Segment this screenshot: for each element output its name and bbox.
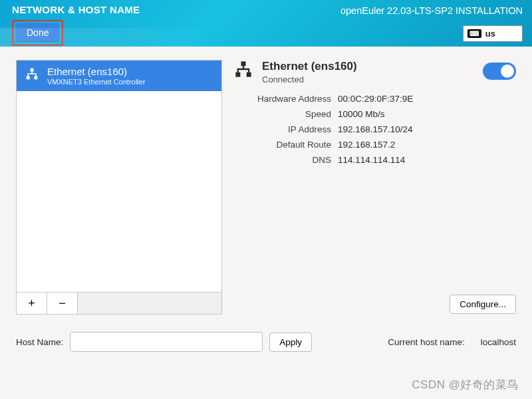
svg-rect-4: [235, 72, 240, 77]
connection-title: Ethernet (ens160): [262, 60, 357, 73]
current-hostname-label: Current host name:: [388, 337, 465, 347]
device-name: Ethernet (ens160): [47, 66, 145, 77]
detail-value: 00:0C:29:0F:37:9E: [338, 94, 413, 104]
keyboard-layout-label: us: [485, 29, 495, 39]
content-area: Ethernet (ens160) VMXNET3 Ethernet Contr…: [0, 53, 532, 399]
done-highlight: Done: [12, 20, 63, 46]
network-icon: [23, 67, 41, 84]
detail-row-hwaddr: Hardware Address 00:0C:29:0F:37:9E: [234, 94, 516, 104]
keyboard-layout-indicator[interactable]: ⌨ us: [463, 25, 523, 42]
detail-label: Speed: [234, 109, 331, 119]
detail-row-ip: IP Address 192.168.157.10/24: [234, 124, 516, 134]
hostname-row: Host Name: Apply Current host name: loca…: [16, 332, 516, 352]
hostname-input[interactable]: [70, 332, 263, 352]
detail-label: Default Route: [234, 140, 331, 150]
connection-status: Connected: [262, 74, 357, 84]
connection-details: Hardware Address 00:0C:29:0F:37:9E Speed…: [234, 94, 516, 165]
detail-row-dns: DNS 114.114.114.114: [234, 155, 516, 165]
add-device-button[interactable]: +: [17, 293, 47, 314]
detail-value: 192.168.157.10/24: [338, 124, 413, 134]
detail-row-route: Default Route 192.168.157.2: [234, 140, 516, 150]
remove-device-button[interactable]: −: [47, 293, 78, 314]
configure-button[interactable]: Configure...: [450, 295, 516, 314]
detail-value: 114.114.114.114: [338, 155, 405, 165]
svg-rect-0: [31, 68, 34, 72]
done-button[interactable]: Done: [16, 23, 59, 42]
device-list-item[interactable]: Ethernet (ens160) VMXNET3 Ethernet Contr…: [17, 61, 221, 91]
svg-rect-3: [241, 61, 246, 66]
detail-label: IP Address: [234, 124, 331, 134]
detail-row-speed: Speed 10000 Mb/s: [234, 109, 516, 119]
apply-button[interactable]: Apply: [269, 332, 312, 352]
keyboard-icon: ⌨: [467, 29, 481, 38]
connection-details-panel: Ethernet (ens160) Connected Hardware Add…: [234, 60, 516, 314]
detail-label: Hardware Address: [234, 94, 331, 104]
svg-rect-1: [27, 76, 30, 79]
device-list-toolbar: + −: [16, 293, 222, 315]
current-hostname-value: localhost: [481, 337, 516, 347]
hostname-label: Host Name:: [16, 337, 63, 347]
svg-rect-5: [247, 72, 251, 77]
detail-value: 10000 Mb/s: [338, 109, 385, 119]
screen-title: NETWORK & HOST NAME: [12, 4, 140, 15]
detail-label: DNS: [234, 155, 331, 165]
install-title: openEuler 22.03-LTS-SP2 INSTALLATION: [340, 5, 523, 16]
connection-toggle[interactable]: [483, 63, 516, 80]
svg-rect-2: [34, 76, 37, 79]
device-list-panel: Ethernet (ens160) VMXNET3 Ethernet Contr…: [16, 60, 222, 315]
device-list[interactable]: Ethernet (ens160) VMXNET3 Ethernet Contr…: [16, 60, 222, 293]
top-bar: NETWORK & HOST NAME openEuler 22.03-LTS-…: [0, 0, 532, 47]
device-subtitle: VMXNET3 Ethernet Controller: [47, 78, 145, 86]
detail-value: 192.168.157.2: [338, 140, 395, 150]
network-icon: [234, 60, 253, 83]
